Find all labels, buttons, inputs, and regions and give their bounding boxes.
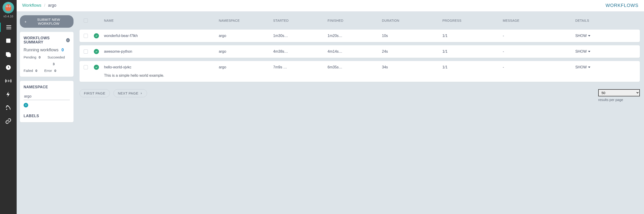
col-namespace: NAMESPACE	[219, 19, 273, 22]
summary-title: WORKFLOWS SUMMARY	[24, 36, 65, 44]
table-row[interactable]: wonderful-bear-f7lkh argo 1m30s… 1m20s… …	[80, 30, 640, 42]
succeeded-label: Succeeded	[48, 55, 65, 59]
show-details-button[interactable]: SHOW	[575, 65, 590, 69]
cell-message: -	[503, 65, 575, 69]
version-label: v3.4.10	[4, 15, 13, 18]
pagination: FIRST PAGE NEXT PAGE 50 results per page	[80, 89, 640, 102]
pending-value: 0	[38, 55, 40, 59]
col-details: DETAILS	[575, 19, 636, 22]
show-details-button[interactable]: SHOW	[575, 34, 590, 38]
main: Workflows / argo WORKFLOWS + SUBMIT NEW …	[17, 0, 644, 214]
svg-rect-5	[7, 54, 11, 57]
status-success-icon	[94, 49, 99, 54]
cell-duration: 10s	[382, 34, 442, 38]
sidebar: v3.4.10	[0, 0, 17, 214]
col-message: MESSAGE	[503, 19, 575, 22]
col-finished: FINISHED	[328, 19, 382, 22]
logo[interactable]: v3.4.10	[2, 2, 14, 18]
cell-progress: 1/1	[442, 50, 503, 54]
topbar: Workflows / argo WORKFLOWS	[17, 0, 644, 12]
col-progress: PROGRESS	[442, 19, 503, 22]
cell-started: 7m9s …	[273, 65, 328, 69]
chevron-right-icon	[140, 92, 142, 95]
cell-namespace: argo	[219, 34, 273, 38]
row-checkbox[interactable]	[84, 65, 88, 69]
nav-events-icon[interactable]	[0, 90, 17, 99]
clear-namespace-icon[interactable]: ×	[24, 103, 28, 108]
cell-progress: 1/1	[442, 65, 503, 69]
nav-clock-icon[interactable]	[0, 63, 17, 72]
labels-title: LABELS	[24, 114, 70, 118]
namespace-card: NAMESPACE × LABELS	[20, 81, 74, 122]
argo-logo-icon	[2, 2, 14, 14]
content: + SUBMIT NEW WORKFLOW WORKFLOWS SUMMARY …	[17, 12, 644, 214]
nav-links-icon[interactable]	[0, 116, 17, 126]
cell-name: wonderful-bear-f7lkh	[104, 34, 219, 38]
nav-sensors-icon[interactable]	[0, 76, 17, 86]
plus-icon: +	[24, 20, 26, 24]
results-per-page-label: results per page	[598, 98, 623, 102]
nav-templates-icon[interactable]	[0, 36, 17, 45]
failed-label: Failed	[24, 69, 33, 72]
namespace-title: NAMESPACE	[24, 85, 70, 89]
cell-finished: 4m14s…	[328, 50, 382, 54]
page-title: WORKFLOWS	[606, 3, 638, 8]
error-value: 0	[54, 69, 56, 72]
caret-down-icon	[588, 51, 590, 52]
col-duration: DURATION	[382, 19, 442, 22]
submit-label: SUBMIT NEW WORKFLOW	[28, 18, 69, 26]
info-icon[interactable]: i	[66, 38, 70, 42]
status-success-icon	[94, 33, 99, 38]
svg-point-8	[6, 109, 8, 110]
summary-card: WORKFLOWS SUMMARY i Running workflows 0 …	[20, 32, 74, 77]
cell-started: 1m30s…	[273, 34, 328, 38]
breadcrumb-separator: /	[44, 3, 45, 8]
nav-workflows-icon[interactable]	[0, 23, 17, 32]
cell-message: -	[503, 50, 575, 54]
nav-stream-icon[interactable]	[0, 103, 17, 112]
running-value: 0	[62, 48, 64, 52]
col-started: STARTED	[273, 19, 328, 22]
row-checkbox[interactable]	[84, 34, 88, 38]
running-label: Running workflows	[24, 48, 58, 52]
first-page-button[interactable]: FIRST PAGE	[80, 89, 110, 97]
cell-finished: 6m35s…	[328, 65, 382, 69]
cell-duration: 34s	[382, 65, 442, 69]
pending-label: Pending	[24, 55, 36, 59]
cell-name: awesome-python	[104, 50, 219, 54]
table-header: NAME NAMESPACE STARTED FINISHED DURATION…	[80, 15, 640, 26]
results-per-page-select[interactable]: 50	[598, 89, 640, 96]
table-row[interactable]: hello-world-xjvkc argo 7m9s … 6m35s… 34s…	[80, 61, 640, 82]
cell-started: 4m38s…	[273, 50, 328, 54]
breadcrumb-current: argo	[48, 3, 56, 8]
col-name: NAME	[104, 19, 219, 22]
status-success-icon	[94, 65, 99, 70]
submit-workflow-button[interactable]: + SUBMIT NEW WORKFLOW	[20, 15, 74, 28]
caret-down-icon	[588, 66, 590, 68]
breadcrumb-root[interactable]: Workflows	[22, 3, 42, 8]
failed-value: 0	[35, 69, 37, 72]
cell-duration: 24s	[382, 50, 442, 54]
svg-rect-3	[6, 38, 11, 43]
workflow-table: NAME NAMESPACE STARTED FINISHED DURATION…	[77, 12, 644, 214]
error-label: Error	[44, 69, 52, 72]
sidebar-nav	[0, 23, 17, 126]
cell-finished: 1m20s…	[328, 34, 382, 38]
row-checkbox[interactable]	[84, 50, 88, 54]
cell-name: hello-world-xjvkc	[104, 65, 219, 69]
select-all-checkbox[interactable]	[84, 18, 88, 23]
cell-progress: 1/1	[442, 34, 503, 38]
namespace-input[interactable]	[24, 92, 70, 100]
table-row[interactable]: awesome-python argo 4m38s… 4m14s… 24s 1/…	[80, 45, 640, 58]
caret-down-icon	[588, 35, 590, 36]
cell-namespace: argo	[219, 50, 273, 54]
nav-cron-icon[interactable]	[0, 50, 17, 59]
row-description: This is a simple hello world example.	[80, 74, 640, 82]
show-details-button[interactable]: SHOW	[575, 50, 590, 54]
left-panel: + SUBMIT NEW WORKFLOW WORKFLOWS SUMMARY …	[17, 12, 77, 214]
breadcrumb: Workflows / argo	[22, 3, 56, 8]
cell-namespace: argo	[219, 65, 273, 69]
next-page-button[interactable]: NEXT PAGE	[114, 89, 147, 97]
succeeded-value: 3	[53, 62, 54, 66]
cell-message: -	[503, 34, 575, 38]
